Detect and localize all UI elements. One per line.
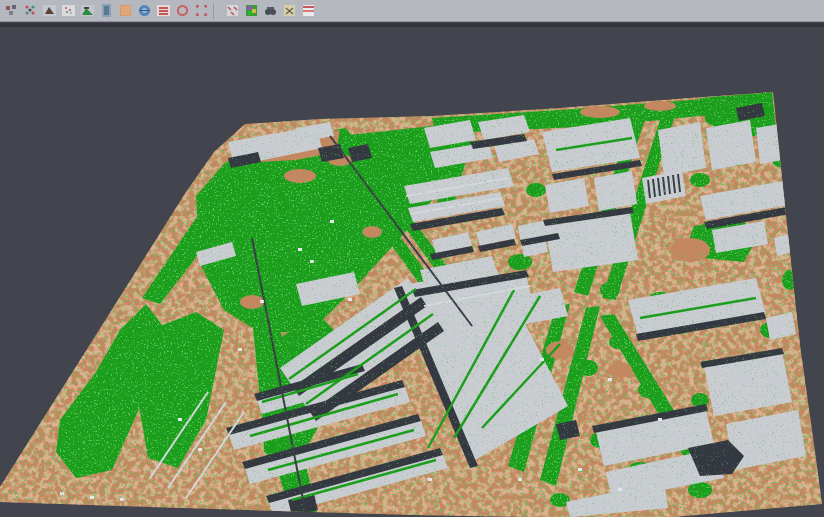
terrain-layers xyxy=(0,27,824,517)
green-hill-icon-glyph xyxy=(81,4,94,17)
clip-marks-icon[interactable] xyxy=(224,2,241,19)
clip-marks-icon-glyph xyxy=(226,4,239,17)
ruler-icon[interactable] xyxy=(98,2,115,19)
binoculars-icon-glyph xyxy=(264,4,277,17)
points-cloud-icon[interactable] xyxy=(3,2,20,19)
pick-points-icon-glyph xyxy=(24,4,37,17)
circle-select-icon[interactable] xyxy=(174,2,191,19)
globe-icon-glyph xyxy=(138,4,151,17)
classification-map-icon-glyph xyxy=(245,4,258,17)
globe-icon[interactable] xyxy=(136,2,153,19)
viewport-3d[interactable] xyxy=(0,27,824,517)
terrain-mountain-icon[interactable] xyxy=(41,2,58,19)
classification-map-icon[interactable] xyxy=(243,2,260,19)
profile-lines-icon[interactable] xyxy=(155,2,172,19)
pick-points-icon[interactable] xyxy=(22,2,39,19)
circle-select-icon-glyph xyxy=(176,4,189,17)
map-cross-icon[interactable] xyxy=(281,2,298,19)
map-cross-icon-glyph xyxy=(283,4,296,17)
sparse-points-icon[interactable] xyxy=(60,2,77,19)
ruler-icon-glyph xyxy=(100,4,113,17)
list-remove-icon-glyph xyxy=(302,4,315,17)
points-cloud-icon-glyph xyxy=(5,4,18,17)
list-remove-icon[interactable] xyxy=(300,2,317,19)
scene-3d-point-cloud[interactable] xyxy=(0,27,824,517)
raster-icon[interactable] xyxy=(117,2,134,19)
green-hill-icon[interactable] xyxy=(79,2,96,19)
raster-icon-glyph xyxy=(119,4,132,17)
sparse-points-icon-glyph xyxy=(62,4,75,17)
noise-texture xyxy=(0,27,824,517)
terrain-mountain-icon-glyph xyxy=(43,4,56,17)
toolbar-separator xyxy=(213,3,221,19)
profile-lines-icon-glyph xyxy=(157,4,170,17)
extent-brackets-icon[interactable] xyxy=(193,2,210,19)
binoculars-icon[interactable] xyxy=(262,2,279,19)
extent-brackets-icon-glyph xyxy=(195,4,208,17)
toolbar xyxy=(0,0,824,22)
